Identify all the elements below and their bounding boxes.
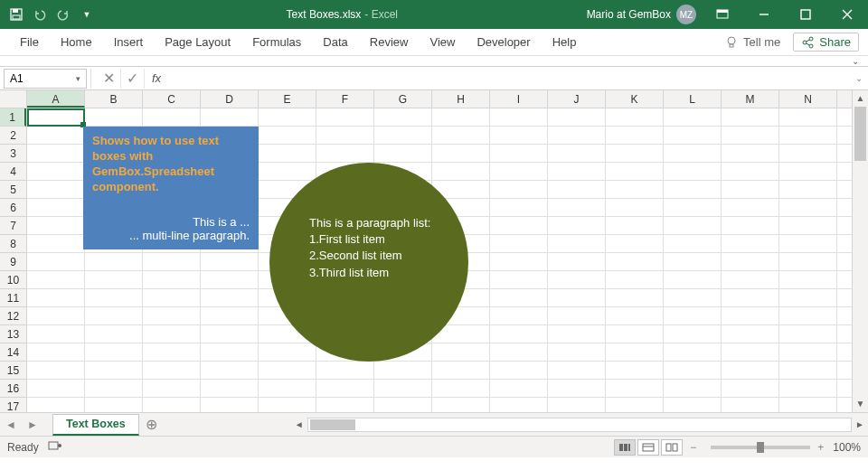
svg-rect-21 xyxy=(643,444,654,451)
user-avatar[interactable]: MZ xyxy=(676,5,696,24)
sheet-nav-next[interactable]: ► xyxy=(22,418,43,431)
tell-me-search[interactable]: Tell me xyxy=(725,35,780,49)
macro-record-button[interactable] xyxy=(48,439,62,455)
share-button[interactable]: Share xyxy=(793,33,859,52)
expand-formula-bar-button[interactable]: ⌄ xyxy=(850,73,868,83)
column-header[interactable]: I xyxy=(490,90,548,108)
shape-list-item: 3.Third list item xyxy=(309,265,432,281)
row-header[interactable]: 14 xyxy=(0,343,26,362)
active-cell[interactable] xyxy=(27,108,85,127)
scroll-left-button[interactable]: ◄ xyxy=(291,419,307,429)
column-header[interactable]: G xyxy=(374,90,432,108)
redo-button[interactable] xyxy=(52,4,74,25)
tab-page-layout[interactable]: Page Layout xyxy=(154,29,241,56)
qat-customize-button[interactable]: ▼ xyxy=(76,4,98,25)
scroll-thumb[interactable] xyxy=(310,419,355,430)
zoom-level[interactable]: 100% xyxy=(833,441,861,454)
column-header[interactable]: C xyxy=(143,90,201,108)
column-header[interactable]: J xyxy=(548,90,606,108)
tab-insert[interactable]: Insert xyxy=(103,29,155,56)
view-normal-button[interactable] xyxy=(614,439,636,456)
row-header[interactable]: 2 xyxy=(0,127,26,145)
row-header[interactable]: 7 xyxy=(0,217,26,235)
textbox-shape[interactable]: Shows how to use text boxes with GemBox.… xyxy=(83,127,259,249)
scroll-right-button[interactable]: ► xyxy=(852,419,868,429)
row-header[interactable]: 1 xyxy=(0,108,26,127)
row-header[interactable]: 4 xyxy=(0,163,26,181)
tab-file[interactable]: File xyxy=(9,29,50,56)
tab-help[interactable]: Help xyxy=(542,29,588,56)
tab-formulas[interactable]: Formulas xyxy=(241,29,312,56)
ribbon-display-options-button[interactable] xyxy=(702,0,743,29)
collapse-ribbon-button[interactable]: ⌄ xyxy=(852,56,859,66)
svg-rect-4 xyxy=(717,10,728,13)
tab-home[interactable]: Home xyxy=(50,29,103,56)
scroll-thumb[interactable] xyxy=(854,107,866,161)
worksheet-area: A B C D E F G H I J K L M N 1 2 3 4 5 6 … xyxy=(0,90,868,436)
tab-view[interactable]: View xyxy=(419,29,466,56)
select-all-button[interactable] xyxy=(0,90,27,108)
horizontal-scrollbar[interactable]: ◄ ► xyxy=(291,418,868,432)
name-box[interactable]: A1 ▾ xyxy=(4,69,87,89)
save-button[interactable] xyxy=(5,4,27,25)
row-header[interactable]: 3 xyxy=(0,145,26,163)
vertical-scrollbar[interactable]: ▲ ▼ xyxy=(852,90,868,412)
column-header[interactable]: L xyxy=(664,90,722,108)
svg-rect-10 xyxy=(730,44,733,47)
column-header[interactable]: B xyxy=(85,90,143,108)
row-header[interactable]: 16 xyxy=(0,380,26,398)
textbox-paragraph: Shows how to use text boxes with GemBox.… xyxy=(92,134,250,195)
formula-bar: A1 ▾ ✕ ✓ fx ⌄ xyxy=(0,67,868,90)
column-header[interactable]: A xyxy=(27,90,85,108)
view-page-break-button[interactable] xyxy=(661,439,683,456)
column-header[interactable]: M xyxy=(722,90,779,108)
zoom-out-button[interactable]: − xyxy=(690,441,696,454)
shape-list-item: 2.Second list item xyxy=(309,248,432,264)
view-page-layout-button[interactable] xyxy=(637,439,659,456)
zoom-slider[interactable] xyxy=(711,446,810,449)
new-sheet-button[interactable]: ⊕ xyxy=(139,416,165,433)
scroll-up-button[interactable]: ▲ xyxy=(853,90,868,107)
row-header[interactable]: 8 xyxy=(0,235,26,253)
tab-review[interactable]: Review xyxy=(359,29,420,56)
tab-data[interactable]: Data xyxy=(312,29,358,56)
row-header[interactable]: 10 xyxy=(0,271,26,289)
zoom-in-button[interactable]: + xyxy=(817,441,824,454)
svg-point-9 xyxy=(728,37,735,44)
undo-button[interactable] xyxy=(29,4,51,25)
formula-input[interactable] xyxy=(168,69,850,89)
ellipse-shape[interactable]: This is a paragraph list: 1.First list i… xyxy=(269,163,468,362)
scroll-down-button[interactable]: ▼ xyxy=(853,396,868,412)
column-header[interactable]: H xyxy=(432,90,490,108)
tab-developer[interactable]: Developer xyxy=(466,29,541,56)
svg-rect-18 xyxy=(619,444,623,451)
svg-rect-16 xyxy=(49,442,58,449)
row-header[interactable]: 12 xyxy=(0,307,26,325)
signed-in-user[interactable]: Mario at GemBox xyxy=(587,8,671,21)
row-header[interactable]: 6 xyxy=(0,199,26,217)
sheet-tab-active[interactable]: Text Boxes xyxy=(52,414,139,436)
insert-function-button[interactable]: fx xyxy=(145,71,168,85)
column-header[interactable]: D xyxy=(201,90,259,108)
maximize-button[interactable] xyxy=(785,0,826,29)
svg-point-17 xyxy=(58,444,61,447)
row-headers: 1 2 3 4 5 6 7 8 9 10 11 12 13 14 15 16 1… xyxy=(0,108,27,412)
column-header[interactable]: K xyxy=(606,90,664,108)
column-header[interactable]: E xyxy=(259,90,316,108)
svg-rect-23 xyxy=(666,444,671,451)
row-header[interactable]: 15 xyxy=(0,362,26,380)
textbox-line: This is a ... xyxy=(92,215,250,229)
cell-grid[interactable]: Shows how to use text boxes with GemBox.… xyxy=(27,108,852,412)
sheet-nav-prev[interactable]: ◄ xyxy=(0,418,22,431)
row-header[interactable]: 11 xyxy=(0,289,26,307)
row-header[interactable]: 5 xyxy=(0,181,26,199)
column-header[interactable]: F xyxy=(316,90,374,108)
window-title-filename: Text Boxes.xlsx xyxy=(287,8,362,21)
minimize-button[interactable] xyxy=(743,0,785,29)
cancel-formula-button[interactable]: ✕ xyxy=(98,69,121,89)
close-button[interactable] xyxy=(826,0,868,29)
enter-formula-button[interactable]: ✓ xyxy=(121,69,145,89)
row-header[interactable]: 9 xyxy=(0,253,26,271)
row-header[interactable]: 13 xyxy=(0,325,26,343)
column-header[interactable]: N xyxy=(779,90,837,108)
